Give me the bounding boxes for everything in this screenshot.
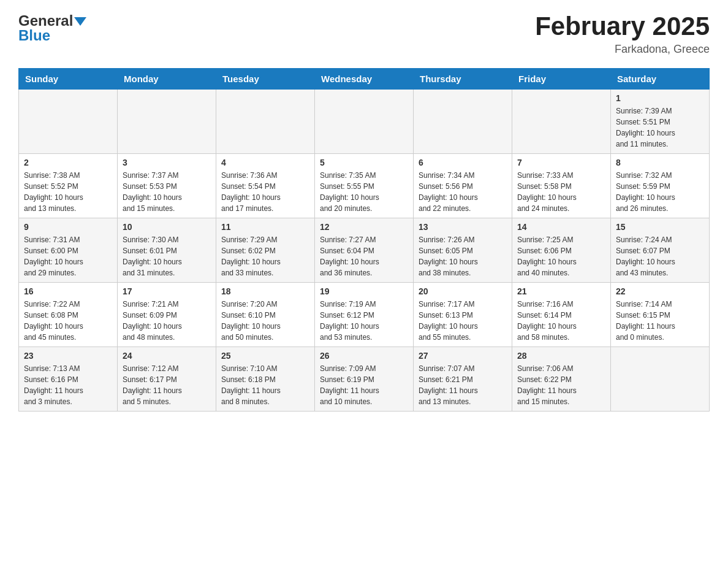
calendar-cell: 27Sunrise: 7:07 AM Sunset: 6:21 PM Dayli… [414,347,512,412]
calendar-week-row: 16Sunrise: 7:22 AM Sunset: 6:08 PM Dayli… [19,283,710,347]
calendar-cell: 26Sunrise: 7:09 AM Sunset: 6:19 PM Dayli… [315,347,414,412]
day-number: 6 [419,158,507,167]
calendar-cell: 14Sunrise: 7:25 AM Sunset: 6:06 PM Dayli… [512,218,611,283]
day-number: 8 [616,158,704,167]
calendar-cell: 5Sunrise: 7:35 AM Sunset: 5:55 PM Daylig… [315,154,414,218]
weekday-header-row: SundayMondayTuesdayWednesdayThursdayFrid… [19,69,710,90]
day-number: 24 [123,351,211,361]
day-info: Sunrise: 7:31 AM Sunset: 6:00 PM Dayligh… [24,234,112,278]
day-number: 17 [123,286,211,296]
day-number: 2 [24,158,112,167]
day-info: Sunrise: 7:10 AM Sunset: 6:18 PM Dayligh… [221,363,309,407]
day-info: Sunrise: 7:14 AM Sunset: 6:15 PM Dayligh… [616,299,704,343]
day-info: Sunrise: 7:20 AM Sunset: 6:10 PM Dayligh… [221,299,309,343]
day-number: 15 [616,222,704,232]
calendar-week-row: 1Sunrise: 7:39 AM Sunset: 5:51 PM Daylig… [19,90,710,154]
calendar-cell: 13Sunrise: 7:26 AM Sunset: 6:05 PM Dayli… [414,218,512,283]
day-number: 3 [123,158,211,167]
calendar-cell: 12Sunrise: 7:27 AM Sunset: 6:04 PM Dayli… [315,218,414,283]
day-info: Sunrise: 7:38 AM Sunset: 5:52 PM Dayligh… [24,170,112,214]
calendar-cell: 22Sunrise: 7:14 AM Sunset: 6:15 PM Dayli… [611,283,710,347]
calendar-cell [118,90,216,154]
calendar-week-row: 2Sunrise: 7:38 AM Sunset: 5:52 PM Daylig… [19,154,710,218]
day-number: 4 [221,158,309,167]
day-info: Sunrise: 7:16 AM Sunset: 6:14 PM Dayligh… [517,299,605,343]
day-info: Sunrise: 7:37 AM Sunset: 5:53 PM Dayligh… [123,170,211,214]
calendar-cell: 8Sunrise: 7:32 AM Sunset: 5:59 PM Daylig… [611,154,710,218]
weekday-header-saturday: Saturday [611,69,710,90]
day-number: 20 [419,286,507,296]
calendar-cell: 20Sunrise: 7:17 AM Sunset: 6:13 PM Dayli… [414,283,512,347]
page-header: General Blue February 2025 Farkadona, Gr… [18,12,710,56]
calendar-cell: 3Sunrise: 7:37 AM Sunset: 5:53 PM Daylig… [118,154,216,218]
calendar-cell: 21Sunrise: 7:16 AM Sunset: 6:14 PM Dayli… [512,283,611,347]
logo-arrow-icon [74,17,86,26]
calendar-cell: 9Sunrise: 7:31 AM Sunset: 6:00 PM Daylig… [19,218,118,283]
month-title: February 2025 [535,12,710,40]
calendar-week-row: 23Sunrise: 7:13 AM Sunset: 6:16 PM Dayli… [19,347,710,412]
weekday-header-monday: Monday [118,69,216,90]
day-number: 22 [616,286,704,296]
day-number: 9 [24,222,112,232]
day-info: Sunrise: 7:26 AM Sunset: 6:05 PM Dayligh… [419,234,507,278]
calendar-cell: 25Sunrise: 7:10 AM Sunset: 6:18 PM Dayli… [216,347,315,412]
day-info: Sunrise: 7:25 AM Sunset: 6:06 PM Dayligh… [517,234,605,278]
calendar-cell: 11Sunrise: 7:29 AM Sunset: 6:02 PM Dayli… [216,218,315,283]
day-info: Sunrise: 7:22 AM Sunset: 6:08 PM Dayligh… [24,299,112,343]
calendar-cell: 1Sunrise: 7:39 AM Sunset: 5:51 PM Daylig… [611,90,710,154]
calendar-cell: 2Sunrise: 7:38 AM Sunset: 5:52 PM Daylig… [19,154,118,218]
day-info: Sunrise: 7:13 AM Sunset: 6:16 PM Dayligh… [24,363,112,407]
day-info: Sunrise: 7:09 AM Sunset: 6:19 PM Dayligh… [320,363,408,407]
day-number: 1 [616,93,704,103]
day-number: 13 [419,222,507,232]
weekday-header-friday: Friday [512,69,611,90]
calendar-cell: 7Sunrise: 7:33 AM Sunset: 5:58 PM Daylig… [512,154,611,218]
calendar-cell [611,347,710,412]
calendar-cell: 15Sunrise: 7:24 AM Sunset: 6:07 PM Dayli… [611,218,710,283]
day-number: 25 [221,351,309,361]
weekday-header-tuesday: Tuesday [216,69,315,90]
calendar-cell [216,90,315,154]
day-number: 10 [123,222,211,232]
day-info: Sunrise: 7:34 AM Sunset: 5:56 PM Dayligh… [419,170,507,214]
day-info: Sunrise: 7:24 AM Sunset: 6:07 PM Dayligh… [616,234,704,278]
calendar-cell [414,90,512,154]
day-number: 21 [517,286,605,296]
day-number: 19 [320,286,408,296]
calendar-cell: 17Sunrise: 7:21 AM Sunset: 6:09 PM Dayli… [118,283,216,347]
day-number: 16 [24,286,112,296]
calendar-cell: 19Sunrise: 7:19 AM Sunset: 6:12 PM Dayli… [315,283,414,347]
day-info: Sunrise: 7:32 AM Sunset: 5:59 PM Dayligh… [616,170,704,214]
day-number: 11 [221,222,309,232]
day-info: Sunrise: 7:39 AM Sunset: 5:51 PM Dayligh… [616,105,704,150]
calendar-cell [315,90,414,154]
day-info: Sunrise: 7:12 AM Sunset: 6:17 PM Dayligh… [123,363,211,407]
day-info: Sunrise: 7:30 AM Sunset: 6:01 PM Dayligh… [123,234,211,278]
logo: General Blue [18,12,86,44]
day-number: 5 [320,158,408,167]
calendar-cell: 28Sunrise: 7:06 AM Sunset: 6:22 PM Dayli… [512,347,611,412]
day-number: 23 [24,351,112,361]
day-info: Sunrise: 7:17 AM Sunset: 6:13 PM Dayligh… [419,299,507,343]
day-info: Sunrise: 7:33 AM Sunset: 5:58 PM Dayligh… [517,170,605,214]
calendar-cell: 24Sunrise: 7:12 AM Sunset: 6:17 PM Dayli… [118,347,216,412]
calendar-cell: 4Sunrise: 7:36 AM Sunset: 5:54 PM Daylig… [216,154,315,218]
day-info: Sunrise: 7:06 AM Sunset: 6:22 PM Dayligh… [517,363,605,407]
weekday-header-sunday: Sunday [19,69,118,90]
title-area: February 2025 Farkadona, Greece [535,12,710,56]
day-number: 27 [419,351,507,361]
day-info: Sunrise: 7:21 AM Sunset: 6:09 PM Dayligh… [123,299,211,343]
day-number: 18 [221,286,309,296]
calendar-cell [512,90,611,154]
calendar-table: SundayMondayTuesdayWednesdayThursdayFrid… [18,68,710,412]
svg-marker-0 [74,17,86,26]
calendar-cell: 6Sunrise: 7:34 AM Sunset: 5:56 PM Daylig… [414,154,512,218]
day-info: Sunrise: 7:35 AM Sunset: 5:55 PM Dayligh… [320,170,408,214]
day-number: 28 [517,351,605,361]
day-info: Sunrise: 7:07 AM Sunset: 6:21 PM Dayligh… [419,363,507,407]
day-number: 14 [517,222,605,232]
calendar-cell [19,90,118,154]
calendar-cell: 18Sunrise: 7:20 AM Sunset: 6:10 PM Dayli… [216,283,315,347]
day-number: 26 [320,351,408,361]
day-number: 7 [517,158,605,167]
